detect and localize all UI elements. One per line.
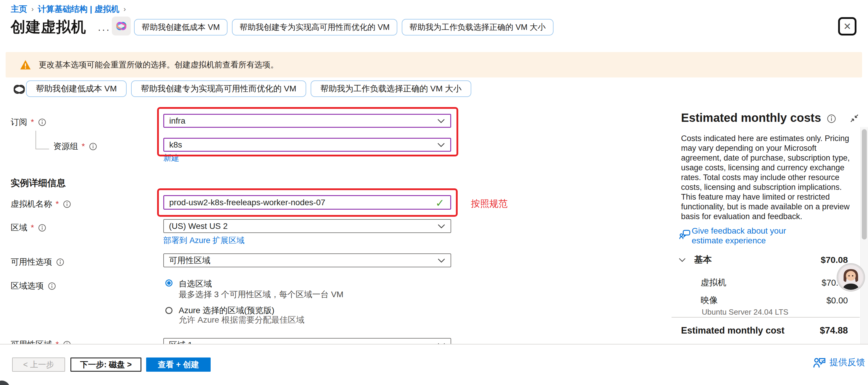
cost-item-vm-row: 虚拟机 $70.08 [701,277,848,289]
suggestion-vm-size-button[interactable]: 帮助我为工作负载选择正确的 VM 大小 [402,19,554,35]
copilot-outline-icon [11,82,28,97]
avatar[interactable] [837,264,864,291]
cost-group-value: $70.08 [821,255,848,265]
warning-icon [20,59,31,70]
cost-total-label: Estimated monthly cost [681,325,784,336]
chevron-down-icon [438,224,445,229]
copilot-icon [115,20,127,32]
chevron-down-icon [437,142,445,147]
suggestion-high-availability-button[interactable]: 帮助我创建专为实现高可用性而优化的 VM [131,81,306,97]
cost-item-vm-label: 虚拟机 [701,277,726,289]
availability-options-label: 可用性选项 [11,256,64,267]
collapse-panel-icon[interactable] [850,114,859,123]
subscription-label: 订阅* [11,117,46,128]
chevron-right-icon: › [31,5,34,13]
cost-total-row: Estimated monthly cost $74.88 [681,325,848,336]
person-feedback-icon [813,357,826,368]
info-icon[interactable] [827,114,836,123]
scrollbar-thumb[interactable] [862,129,867,239]
copilot-suggestions-inline: 帮助我创建低成本 VM 帮助我创建专为实现高可用性而优化的 VM 帮助我为工作负… [26,81,471,97]
field-connector-line [35,131,36,149]
breadcrumb-section-link[interactable]: 计算基础结构 | 虚拟机 [38,4,119,15]
self-select-zones-radio[interactable] [165,280,173,287]
availability-options-dropdown[interactable]: 可用性区域 [163,253,451,267]
chevron-down-icon [679,258,686,262]
zone-options-label: 区域选项 [11,280,56,292]
self-select-zones-desc: 最多选择 3 个可用性区域，每个区域一台 VM [179,289,343,300]
suggestion-high-availability-button[interactable]: 帮助我创建专为实现高可用性而优化的 VM [232,19,397,35]
info-icon[interactable] [48,282,56,290]
cost-item-image-sub: Ubuntu Server 24.04 LTS [702,308,788,317]
chevron-down-icon [437,119,445,123]
more-menu-button[interactable]: ··· [98,24,110,35]
cost-panel-divider [672,317,860,318]
copilot-suggestions-top: 帮助我创建低成本 VM 帮助我创建专为实现高可用性而优化的 VM 帮助我为工作负… [134,19,554,35]
suggestion-low-cost-vm-button[interactable]: 帮助我创建低成本 VM [134,19,227,35]
cost-item-image-value: $0.00 [826,296,848,306]
cost-panel-description: Costs indicated here are estimates only.… [681,134,856,222]
warning-text: 更改基本选项可能会重置所做的选择。创建虚拟机前查看所有选项。 [39,59,278,70]
subscription-dropdown[interactable]: infra [163,114,451,128]
info-icon[interactable] [63,200,71,208]
vm-name-label: 虚拟机名称* [11,198,71,210]
vm-name-input[interactable] [163,195,451,210]
page-title: 创建虚拟机 [11,17,86,37]
azure-selected-zones-radio[interactable] [165,307,173,314]
previous-button[interactable]: < 上一步 [12,357,65,372]
info-icon[interactable] [56,258,64,266]
give-feedback-link[interactable]: 提供反馈 [813,356,865,368]
chevron-right-icon: › [123,5,126,13]
warning-banner: 更改基本选项可能会重置所做的选择。创建虚拟机前查看所有选项。 [6,52,862,77]
close-icon: × [844,19,851,33]
valid-check-icon: ✓ [435,197,444,210]
region-dropdown[interactable]: (US) West US 2 [163,219,451,233]
info-icon[interactable] [89,142,97,151]
azure-selected-zones-desc: 允许 Azure 根据需要分配最佳区域 [179,314,304,326]
breadcrumb: 主页 › 计算基础结构 | 虚拟机 › [11,4,126,15]
info-icon[interactable] [38,224,46,232]
copilot-button[interactable] [112,17,131,35]
region-label: 区域* [11,222,46,233]
close-button[interactable]: × [838,17,857,35]
self-select-zones-label[interactable]: 自选区域 [179,278,212,289]
suggestion-low-cost-vm-button[interactable]: 帮助我创建低成本 VM [26,81,127,97]
cost-group-row[interactable]: 基本 $70.08 [679,254,848,266]
breadcrumb-home-link[interactable]: 主页 [11,4,27,15]
create-new-link[interactable]: 新建 [163,153,179,163]
annotation-note: 按照规范 [471,197,508,210]
estimate-feedback-link[interactable]: Give feedback about your estimate experi… [692,226,819,246]
next-disks-button[interactable]: 下一步: 磁盘 > [70,357,142,372]
resource-group-label: 资源组* [53,141,97,152]
cost-group-label: 基本 [694,254,712,266]
suggestion-vm-size-button[interactable]: 帮助我为工作负载选择正确的 VM 大小 [311,81,472,97]
resource-group-dropdown[interactable]: k8s [163,138,451,152]
cost-total-value: $74.88 [820,325,848,336]
extended-zone-link[interactable]: 部署到 Azure 扩展区域 [163,235,245,246]
footer-bar: < 上一步 下一步: 磁盘 > 查看 + 创建 提供反馈 [0,344,868,385]
cost-item-image-label: 映像 [701,294,718,306]
cost-item-image-row: 映像 $0.00 [701,294,848,306]
cost-panel-title: Estimated monthly costs [681,111,836,125]
info-icon[interactable] [38,118,46,126]
field-connector-line [35,149,49,149]
chevron-down-icon [438,258,445,263]
instance-details-heading: 实例详细信息 [11,177,66,189]
review-create-button[interactable]: 查看 + 创建 [146,357,211,372]
feedback-bubbles-icon [679,229,690,240]
avatar-image [838,265,863,290]
